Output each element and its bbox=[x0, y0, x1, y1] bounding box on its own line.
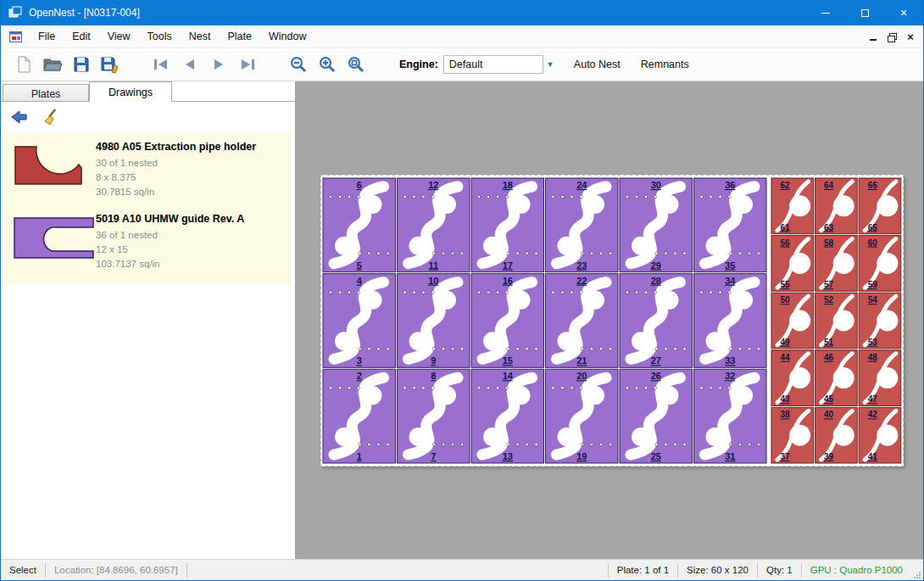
menu-item-plate[interactable]: Plate bbox=[219, 27, 260, 46]
nested-part-pair[interactable]: 2221 bbox=[546, 274, 619, 368]
maximize-button[interactable] bbox=[845, 0, 884, 25]
nested-part-pair[interactable]: 2827 bbox=[620, 274, 693, 368]
nested-part-pair[interactable]: 6261 bbox=[771, 178, 814, 234]
part-number: 13 bbox=[503, 451, 513, 461]
engine-dropdown-icon[interactable]: ▼ bbox=[543, 55, 557, 74]
zoom-fit-button[interactable] bbox=[342, 51, 370, 78]
status-qty: Qty: 1 bbox=[757, 563, 801, 578]
nested-part-pair[interactable]: 5857 bbox=[815, 236, 858, 292]
part-number: 34 bbox=[725, 276, 736, 286]
window-title: OpenNest - [N0317-004] bbox=[29, 7, 140, 19]
mdi-restore-icon bbox=[888, 33, 896, 41]
save-button[interactable] bbox=[67, 51, 96, 78]
nested-part-pair[interactable]: 5453 bbox=[859, 293, 901, 349]
part-number: 60 bbox=[868, 238, 878, 248]
resize-grip[interactable] bbox=[911, 560, 923, 581]
zoom-out-button[interactable] bbox=[284, 51, 313, 78]
menu-item-nest[interactable]: Nest bbox=[181, 27, 220, 46]
status-mode: Select bbox=[1, 563, 45, 578]
nested-part-pair[interactable]: 2423 bbox=[546, 178, 619, 272]
mdi-restore-button[interactable] bbox=[882, 28, 901, 45]
drawing-item-1[interactable]: 4980 A05 Extraction pipe holder 30 of 1 … bbox=[11, 139, 286, 199]
nested-part-pair[interactable]: 1615 bbox=[471, 274, 544, 368]
nested-part-pair[interactable]: 3837 bbox=[771, 407, 814, 463]
uhmw-guide-shape bbox=[11, 215, 96, 261]
nested-part-pair[interactable]: 1211 bbox=[398, 178, 470, 272]
blue-arrow-left-icon bbox=[10, 109, 29, 126]
nav-last-icon bbox=[238, 57, 257, 72]
nav-next-button[interactable] bbox=[204, 51, 233, 78]
nested-part-pair[interactable]: 4039 bbox=[815, 407, 858, 463]
part-number: 6 bbox=[357, 180, 362, 190]
tab-drawings[interactable]: Drawings bbox=[89, 81, 172, 102]
nested-part-pair[interactable]: 43 bbox=[323, 274, 396, 368]
remnants-button[interactable]: Remnants bbox=[632, 53, 698, 75]
main-toolbar: Engine: Default ▼ Auto Nest Remnants bbox=[1, 48, 923, 81]
part-number: 2 bbox=[357, 371, 362, 381]
mdi-close-button[interactable]: × bbox=[901, 28, 920, 45]
part-number: 32 bbox=[725, 371, 735, 381]
menu-item-window[interactable]: Window bbox=[260, 27, 314, 46]
plate[interactable]: 6512111817242330293635431091615222128273… bbox=[320, 175, 904, 466]
menu-item-edit[interactable]: Edit bbox=[64, 27, 99, 46]
nested-part-pair[interactable]: 3029 bbox=[620, 178, 693, 272]
save-as-button[interactable] bbox=[96, 51, 125, 78]
nested-part-pair[interactable]: 3433 bbox=[694, 274, 767, 368]
auto-nest-button[interactable]: Auto Nest bbox=[565, 53, 629, 75]
mdi-minimize-button[interactable] bbox=[864, 28, 882, 45]
nested-part-pair[interactable]: 4847 bbox=[859, 350, 901, 406]
engine-select[interactable]: Default bbox=[443, 55, 543, 74]
nested-part-pair[interactable]: 1817 bbox=[471, 178, 544, 272]
nested-part-pair[interactable]: 6665 bbox=[859, 178, 901, 234]
nested-part-pair[interactable]: 3231 bbox=[694, 369, 767, 463]
status-location: Location: [84.8696, 60.6957] bbox=[46, 563, 186, 578]
part-number: 44 bbox=[780, 353, 790, 362]
nav-last-button[interactable] bbox=[233, 51, 262, 78]
return-part-button[interactable] bbox=[8, 106, 31, 128]
nested-part-pair[interactable]: 109 bbox=[398, 274, 470, 368]
close-button[interactable]: × bbox=[884, 0, 923, 25]
nested-part-pair[interactable]: 2019 bbox=[546, 369, 619, 463]
nested-part-pair[interactable]: 1413 bbox=[471, 369, 544, 463]
part-number: 63 bbox=[824, 223, 834, 232]
nav-first-button[interactable] bbox=[147, 51, 175, 78]
open-button[interactable] bbox=[38, 51, 67, 78]
nested-part-pair[interactable]: 65 bbox=[323, 178, 396, 272]
maximize-icon bbox=[861, 9, 869, 17]
part-number: 29 bbox=[651, 260, 661, 271]
nested-part-pair[interactable]: 5049 bbox=[771, 293, 814, 349]
nested-part-pair[interactable]: 87 bbox=[398, 369, 470, 463]
part-number: 62 bbox=[780, 181, 790, 190]
menu-item-file[interactable]: File bbox=[30, 27, 64, 46]
zoom-in-button[interactable] bbox=[313, 51, 342, 78]
drawing-size: 8 x 8.375 bbox=[96, 170, 286, 185]
nav-prev-button[interactable] bbox=[175, 51, 204, 78]
clean-button[interactable] bbox=[40, 106, 64, 128]
status-separator bbox=[186, 563, 187, 578]
nested-part-pair[interactable]: 5251 bbox=[815, 293, 858, 349]
tab-plates[interactable]: Plates bbox=[3, 84, 89, 102]
nested-part-pair[interactable]: 6059 bbox=[859, 236, 901, 292]
nested-part-pair[interactable]: 4645 bbox=[815, 350, 858, 406]
nest-canvas[interactable]: 6512111817242330293635431091615222128273… bbox=[297, 81, 923, 559]
nested-part-pair[interactable]: 6463 bbox=[815, 178, 858, 234]
part-number: 9 bbox=[431, 355, 436, 366]
nested-part-pair[interactable]: 21 bbox=[323, 369, 396, 463]
menu-item-tools[interactable]: Tools bbox=[139, 27, 181, 46]
minimize-button[interactable] bbox=[806, 0, 845, 25]
drawing-item-2[interactable]: 5019 A10 UHMW guide Rev. A 36 of 1 neste… bbox=[11, 211, 286, 271]
open-folder-icon bbox=[42, 55, 63, 74]
part-number: 8 bbox=[431, 371, 436, 381]
menu-item-view[interactable]: View bbox=[99, 27, 139, 46]
drawing-nested: 36 of 1 nested bbox=[96, 228, 286, 243]
nested-part-pair[interactable]: 5655 bbox=[771, 236, 814, 292]
nested-part-pair[interactable]: 3635 bbox=[694, 178, 767, 272]
part-number: 58 bbox=[824, 238, 834, 248]
part-number: 51 bbox=[824, 338, 834, 347]
nested-part-pair[interactable]: 2625 bbox=[620, 369, 693, 463]
nested-part-pair[interactable]: 4443 bbox=[771, 350, 814, 406]
new-button[interactable] bbox=[9, 51, 38, 78]
nested-part-pair[interactable]: 4241 bbox=[859, 407, 901, 463]
part-number: 42 bbox=[868, 410, 878, 419]
part-number: 41 bbox=[868, 452, 878, 461]
